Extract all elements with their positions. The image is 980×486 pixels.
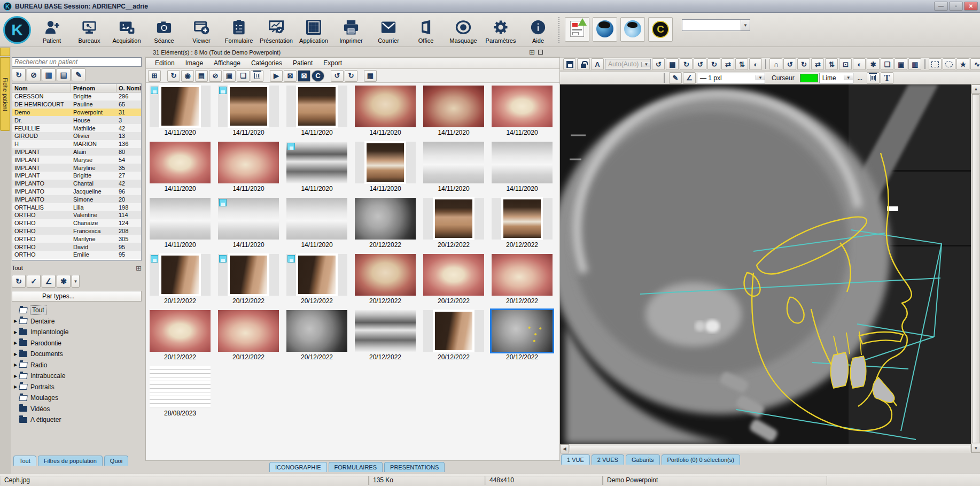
thumbnail-image-xray[interactable] (355, 198, 416, 240)
thumbnail-image-model-front[interactable] (492, 142, 553, 183)
palette-icon[interactable]: ◐ (749, 58, 762, 70)
tab-tout[interactable]: Tout (13, 456, 36, 466)
thumbnail-item[interactable]: 14/11/2020 (353, 142, 417, 192)
tree-item-tout[interactable]: Tout (12, 305, 142, 316)
patient-row[interactable]: IMPLANTOJacqueline96 (12, 188, 141, 196)
toolbar-button-courrier[interactable]: Courrier (370, 14, 407, 46)
star-select-icon[interactable]: ★ (956, 58, 969, 70)
thumbnail-item[interactable]: 20/12/2022 (353, 198, 417, 249)
expand-arrow-icon[interactable]: ▶ (12, 362, 19, 367)
patient-row[interactable]: ORTHALISLilia198 (12, 203, 141, 211)
patient-row[interactable]: CRESSONBrigitte296 (12, 92, 141, 101)
thumbnail-image-portrait-profile[interactable] (150, 86, 211, 127)
text-tool-button[interactable]: T (881, 72, 893, 84)
menu-patient[interactable]: Patient (288, 58, 317, 68)
thumbnail-image-teeth-side[interactable] (218, 310, 279, 352)
tab-presentations[interactable]: PRESENTATIONS (384, 462, 445, 472)
thumbnail-item[interactable]: 20/12/2022 (490, 254, 554, 305)
thumbnail-image-document[interactable] (150, 366, 211, 408)
patient-row[interactable]: ORTHOMarilyne305 (12, 235, 141, 243)
patient-row[interactable]: IMPLANTOChantal42 (12, 180, 141, 188)
thumbnail-image-model-front[interactable] (150, 198, 211, 240)
save-icon[interactable] (563, 58, 576, 70)
thumbnail-image-teeth-side[interactable] (218, 142, 279, 183)
toolbar-button-acquisition[interactable]: Acquisition (108, 14, 145, 46)
thumbnail-item[interactable]: 20/12/2022 (285, 254, 349, 305)
vertical-scrollbar[interactable]: ▲ ▼ (971, 84, 980, 453)
check-circle-icon[interactable]: ⊘ (27, 68, 41, 81)
thumbnail-image-portrait-profile[interactable] (423, 310, 484, 352)
list-edit-icon[interactable]: ▤ (195, 70, 208, 82)
flip-horizontal-icon[interactable]: ⇄ (811, 58, 824, 70)
image-settings-icon[interactable]: ▥ (908, 58, 921, 70)
tree-item-videos[interactable]: Vidéos (12, 404, 142, 415)
toolbar-button-presentation[interactable]: Présentation (258, 14, 295, 46)
kitview-cloud-button[interactable] (620, 17, 645, 42)
line-width-combobox[interactable]: — 1 pxl ▼ (697, 73, 765, 83)
thumbnail-item[interactable]: 14/11/2020 (490, 142, 554, 192)
cursor-color-combobox[interactable]: Lime ▼ (819, 73, 853, 83)
refresh-icon[interactable]: ↻ (12, 68, 26, 81)
tab-gabarits[interactable]: Gabarits (626, 454, 660, 465)
thumbnail-image-portrait-profile[interactable] (150, 254, 211, 296)
kitview-globe-button[interactable] (593, 17, 617, 42)
copy-icon[interactable]: ▣ (223, 70, 236, 82)
gear-icon[interactable]: ✱ (57, 275, 71, 288)
cursor-color-swatch[interactable] (800, 74, 818, 82)
toolbar-button-aide[interactable]: Aide (519, 14, 557, 46)
thumbnail-image-teeth-front[interactable] (423, 254, 484, 296)
patient-row[interactable]: DE HEMRICOURTPauline65 (12, 101, 141, 109)
thumbnail-item[interactable]: 14/11/2020 (285, 86, 349, 136)
thumbnail-item[interactable]: 20/12/2022 (422, 310, 486, 361)
thumbnail-item[interactable]: 20/12/2022 (148, 254, 212, 305)
rotate-right-icon[interactable]: ↻ (707, 58, 720, 70)
patient-row[interactable]: ORTHOChanaize124 (12, 219, 141, 227)
toolbar-button-seance[interactable]: Séance (145, 14, 183, 46)
dropdown-arrow-icon[interactable]: ▼ (72, 275, 80, 288)
thumbnail-item[interactable]: 20/12/2022 (422, 254, 486, 305)
thumbnail-item[interactable]: 14/11/2020 (490, 86, 554, 136)
single-view-icon[interactable] (538, 50, 543, 55)
thumbnail-image-teeth-front[interactable] (150, 142, 211, 183)
expand-arrow-icon[interactable]: ▶ (12, 319, 19, 323)
tab-quoi[interactable]: Quoi (104, 456, 128, 466)
toolbar-button-imprimer[interactable]: Imprimer (332, 14, 370, 46)
patient-row[interactable]: GIROUDOlivier13 (12, 132, 141, 140)
tree-item-intrabuccale[interactable]: ▶Intrabuccale (12, 371, 142, 382)
record-icon[interactable]: ◉ (181, 70, 194, 82)
thumbnail-item[interactable]: 20/12/2022 (353, 310, 417, 361)
rotate-left-icon[interactable]: ↺ (694, 58, 706, 70)
patient-row[interactable]: HMARION136 (12, 140, 141, 148)
thumbnail-image-teeth-side[interactable] (492, 254, 553, 296)
expand-arrow-icon[interactable]: ▶ (12, 374, 19, 379)
chevron-down-icon[interactable]: ▼ (756, 75, 765, 80)
scroll-down-icon[interactable]: ▼ (971, 444, 980, 453)
tree-item-documents[interactable]: ▶Documents (12, 349, 142, 360)
patient-row[interactable]: ORTHODavid95 (12, 243, 141, 251)
paste-icon[interactable]: ❏ (237, 70, 250, 82)
fiche-patient-tab[interactable]: Fiche patient (0, 57, 10, 131)
tab-filtres-de-population[interactable]: Filtres de population (38, 456, 103, 466)
frame-icon[interactable]: ❏ (881, 58, 893, 70)
patient-row[interactable]: IMPLANTMaryse54 (12, 156, 141, 164)
tree-item-parodontie[interactable]: ▶Parodontie (12, 338, 142, 349)
patient-row[interactable]: DemoPowerpoint31 (12, 109, 141, 117)
types-dropdown[interactable]: Par types... (12, 291, 142, 302)
mail-dark-icon[interactable]: ⊠ (298, 70, 310, 82)
toolbar-button-patient[interactable]: Patient (33, 14, 71, 46)
thumbnail-item[interactable]: 20/12/2022 (216, 254, 281, 305)
thumbnail-item[interactable]: 20/12/2022 (490, 198, 554, 249)
thumbnail-image-model-front[interactable] (286, 198, 347, 240)
tree-item-aetiqueter[interactable]: A étiqueter (12, 414, 142, 426)
flip-horizontal-icon[interactable]: ⇄ (721, 58, 734, 70)
patient-row[interactable]: ORTHOFrancesca208 (12, 227, 141, 235)
toolbar-button-viewer[interactable]: Viewer (183, 14, 220, 46)
patient-row[interactable]: IMPLANTAlain80 (12, 148, 141, 156)
thumbnail-item[interactable]: 20/12/2022 (285, 310, 349, 361)
thumbnail-item[interactable]: 14/11/2020 (353, 86, 417, 136)
thumbnail-item[interactable]: 14/11/2020 (148, 142, 212, 192)
refresh-icon[interactable]: ↻ (12, 275, 26, 288)
column-header[interactable]: Prénom (71, 84, 116, 92)
lock-icon[interactable] (577, 58, 590, 70)
scroll-up-icon[interactable]: ▲ (971, 84, 980, 94)
